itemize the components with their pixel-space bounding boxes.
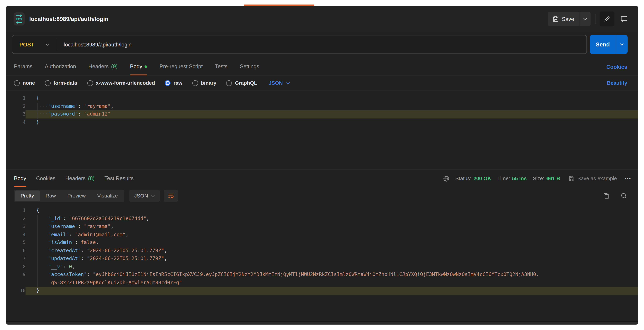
line-number: 2	[6, 215, 26, 223]
request-tabs: Params Authorization Headers(9) Body Pre…	[6, 58, 638, 76]
send-button[interactable]: Send	[590, 35, 616, 54]
line-content: }	[26, 118, 638, 126]
code-token: "createdAt"	[48, 248, 81, 253]
radio-icon	[45, 80, 50, 86]
code-token: {	[36, 207, 39, 213]
save-options-button[interactable]	[579, 12, 590, 26]
method-label: POST	[20, 41, 34, 47]
request-title-bar: HTTP localhost:8989/api/auth/login S	[6, 6, 638, 32]
request-body-editor[interactable]: 1{2····"username": "rayrama",3····"passw…	[6, 90, 638, 170]
code-token: ····	[36, 103, 48, 109]
save-icon	[553, 16, 559, 22]
code-token: "_id"	[48, 215, 63, 221]
code-token: "rayrama"	[84, 103, 111, 109]
indent-guide	[38, 103, 38, 119]
tab-headers[interactable]: Headers(9)	[88, 58, 118, 75]
send-button-group: Send	[590, 35, 628, 54]
code-token: ,	[164, 248, 167, 253]
method-selector[interactable]: POST	[12, 41, 57, 47]
tab-response-cookies[interactable]: Cookies	[36, 170, 56, 187]
view-tab-pretty[interactable]: Pretty	[15, 190, 40, 201]
save-button-group: Save	[548, 12, 591, 26]
tab-body[interactable]: Body	[130, 58, 147, 75]
save-as-example-button[interactable]: Save as example	[569, 176, 617, 182]
tab-pre-request-script[interactable]: Pre-request Script	[160, 58, 203, 75]
code-token: :	[78, 111, 84, 117]
response-view-tabs: Pretty Raw Preview Visualize	[14, 190, 124, 202]
raw-language-selector[interactable]: JSON	[269, 80, 290, 86]
comments-button[interactable]	[618, 13, 630, 25]
chevron-down-icon	[620, 43, 624, 46]
code-token: :	[69, 231, 75, 237]
code-token	[36, 240, 48, 245]
code-line: 6 "createdAt": "2024-06-22T05:25:01.779Z…	[6, 247, 638, 255]
tab-response-headers[interactable]: Headers(8)	[66, 170, 94, 187]
body-type-option-raw[interactable]: raw	[165, 80, 182, 86]
code-token: :	[63, 264, 69, 269]
body-type-option-form-data[interactable]: form-data	[45, 80, 77, 86]
code-token	[36, 255, 48, 261]
code-line: 1{	[6, 207, 638, 215]
radio-selected-icon	[165, 80, 171, 86]
line-content: {	[26, 207, 638, 215]
code-line: 2 "_id": "6676602d2a364219c1e674dd",	[6, 215, 638, 223]
code-token: :	[75, 240, 81, 245]
line-content: ····"password": "admin12"	[26, 110, 638, 118]
body-type-option-graphql[interactable]: GraphQL	[226, 80, 257, 86]
save-button[interactable]: Save	[548, 12, 579, 26]
url-input[interactable]: localhost:8989/api/auth/login	[64, 41, 132, 47]
code-token: "6676602d2a364219c1e674dd"	[69, 215, 146, 221]
view-tab-raw[interactable]: Raw	[40, 190, 62, 201]
line-content: "username": "rayrama",	[26, 223, 638, 231]
code-line: gS-8xrZ1IPR2z9pKdclKui2Dh-AmWlerACm8Bcd0…	[6, 279, 638, 287]
line-number: 2	[6, 102, 26, 110]
wrap-line-button[interactable]	[164, 190, 178, 202]
beautify-link[interactable]: Beautify	[607, 80, 627, 86]
radio-icon	[226, 80, 232, 86]
chevron-down-icon	[286, 82, 290, 84]
indent-guide	[38, 215, 38, 288]
code-token: ····	[36, 111, 48, 117]
code-token: }	[36, 119, 39, 125]
svg-text:HTTP: HTTP	[16, 17, 22, 20]
line-number: 6	[6, 247, 26, 255]
cookies-link[interactable]: Cookies	[606, 58, 627, 76]
tab-response-body[interactable]: Body	[14, 170, 26, 187]
line-content: {	[26, 94, 638, 102]
copy-button[interactable]	[603, 193, 610, 199]
line-number: 5	[6, 239, 26, 247]
tab-params[interactable]: Params	[14, 58, 32, 75]
tab-authorization[interactable]: Authorization	[45, 58, 76, 75]
code-line: 10}	[6, 287, 638, 295]
view-tab-preview[interactable]: Preview	[62, 190, 92, 201]
more-actions-button[interactable]: •••	[625, 176, 632, 181]
code-line: 7 "updatedAt": "2024-06-22T05:25:01.779Z…	[6, 255, 638, 263]
body-type-option-x-www-form-urlencoded[interactable]: x-www-form-urlencoded	[87, 80, 155, 86]
code-token: 0	[69, 264, 72, 269]
send-options-button[interactable]	[616, 35, 628, 54]
tab-settings[interactable]: Settings	[240, 58, 259, 75]
line-content: ····"username": "rayrama",	[26, 102, 638, 110]
app-footer	[6, 321, 638, 325]
code-token: ,	[164, 255, 167, 261]
body-type-option-none[interactable]: none	[14, 80, 35, 86]
view-tab-visualize[interactable]: Visualize	[92, 190, 124, 201]
code-line: 3····"password": "admin12"	[6, 110, 638, 118]
body-type-option-binary[interactable]: binary	[192, 80, 216, 86]
tab-test-results[interactable]: Test Results	[104, 170, 134, 187]
search-button[interactable]	[621, 193, 627, 199]
edit-button[interactable]	[600, 11, 614, 26]
tab-tests[interactable]: Tests	[215, 58, 228, 75]
line-number: 4	[6, 231, 26, 239]
response-meta: Status:200 OK Time:55 ms Size:661 B Save…	[443, 170, 632, 187]
response-language-selector[interactable]: JSON	[129, 190, 160, 202]
code-token: "email"	[48, 231, 69, 237]
response-body-editor[interactable]: 1{2 "_id": "6676602d2a364219c1e674dd",3 …	[6, 205, 638, 321]
code-token: :	[87, 272, 93, 277]
line-content: "email": "admin1@mail.com",	[26, 231, 638, 239]
code-token: gS-8xrZ1IPR2z9pKdclKui2Dh-AmWlerACm8Bcd0…	[51, 280, 182, 286]
code-token	[36, 223, 48, 229]
code-line: 1{	[6, 94, 638, 102]
code-token: ,	[111, 103, 114, 109]
screenshot-stage: HTTP localhost:8989/api/auth/login S	[0, 0, 644, 330]
